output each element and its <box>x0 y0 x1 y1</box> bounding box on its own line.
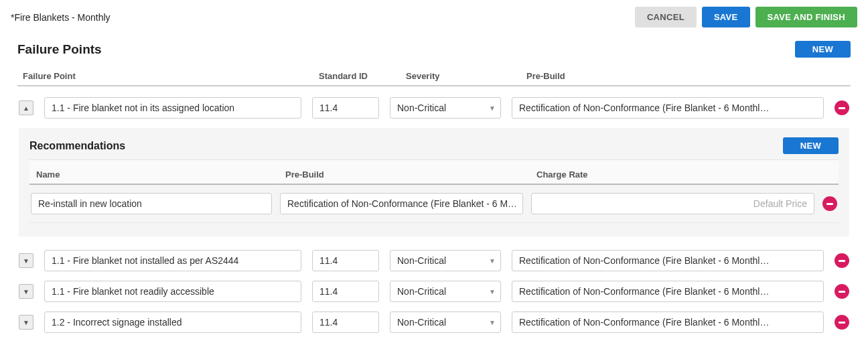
new-recommendation-button[interactable]: NEW <box>783 137 839 154</box>
pre-build-input[interactable] <box>512 97 824 119</box>
failure-point-row: ▲ ▼ <box>17 97 851 119</box>
expand-toggle[interactable]: ▼ <box>19 315 33 330</box>
cancel-button[interactable]: CANCEL <box>635 7 697 27</box>
chevron-up-icon: ▲ <box>23 105 29 112</box>
recommendations-column-headers: Name Pre-Build Charge Rate <box>29 159 839 185</box>
col-header-rec-charge-rate: Charge Rate <box>536 169 832 180</box>
recommendations-panel: Recommendations NEW Name Pre-Build Charg… <box>19 128 849 236</box>
minus-icon <box>839 291 845 293</box>
recommendation-row <box>29 193 839 223</box>
chevron-down-icon: ▼ <box>23 319 29 326</box>
standard-id-input[interactable] <box>312 281 379 302</box>
standard-id-input[interactable] <box>312 97 379 119</box>
severity-select[interactable] <box>390 281 501 302</box>
page-title: *Fire Blankets - Monthly <box>11 12 111 23</box>
standard-id-input[interactable] <box>312 250 379 271</box>
col-header-pre-build: Pre-Build <box>526 71 817 81</box>
severity-select[interactable] <box>390 97 501 119</box>
recommendation-name-input[interactable] <box>31 193 272 214</box>
pre-build-input[interactable] <box>512 312 824 333</box>
recommendation-pre-build-input[interactable] <box>280 193 523 214</box>
new-failure-point-button[interactable]: NEW <box>795 41 851 58</box>
minus-icon <box>839 260 845 262</box>
recommendation-charge-rate-input[interactable] <box>531 193 814 214</box>
recommendations-title: Recommendations <box>29 140 125 152</box>
collapse-toggle[interactable]: ▲ <box>19 100 33 115</box>
pre-build-input[interactable] <box>512 281 824 302</box>
expand-toggle[interactable]: ▼ <box>19 284 33 299</box>
failure-point-row: ▼ ▼ <box>17 250 851 271</box>
standard-id-input[interactable] <box>312 312 379 333</box>
remove-row-button[interactable] <box>835 315 849 330</box>
severity-select[interactable] <box>390 250 501 271</box>
pre-build-input[interactable] <box>512 250 824 271</box>
failure-point-input[interactable] <box>44 97 301 119</box>
chevron-down-icon: ▼ <box>23 288 29 295</box>
remove-row-button[interactable] <box>835 100 849 115</box>
expand-toggle[interactable]: ▼ <box>19 253 33 268</box>
minus-icon <box>839 322 845 324</box>
remove-row-button[interactable] <box>835 284 849 299</box>
severity-select[interactable] <box>390 312 501 333</box>
chevron-down-icon: ▼ <box>23 257 29 265</box>
remove-recommendation-button[interactable] <box>822 196 837 211</box>
col-header-rec-name: Name <box>36 169 285 180</box>
col-header-rec-pre-build: Pre-Build <box>285 169 536 180</box>
header-buttons: CANCEL SAVE SAVE AND FINISH <box>635 7 857 27</box>
failure-point-row: ▼ ▼ <box>17 281 851 302</box>
failure-point-input[interactable] <box>44 281 301 302</box>
col-header-standard-id: Standard ID <box>319 71 406 81</box>
failure-points-title: Failure Points <box>17 42 102 57</box>
failure-point-row: ▼ ▼ <box>17 312 851 333</box>
col-header-severity: Severity <box>406 71 526 81</box>
save-button[interactable]: SAVE <box>702 7 750 27</box>
col-header-failure-point: Failure Point <box>17 71 319 81</box>
failure-point-input[interactable] <box>44 312 301 333</box>
failure-point-input[interactable] <box>44 250 301 271</box>
minus-icon <box>839 107 845 109</box>
save-and-finish-button[interactable]: SAVE AND FINISH <box>755 7 857 27</box>
remove-row-button[interactable] <box>835 253 849 268</box>
minus-icon <box>826 203 833 205</box>
failure-points-column-headers: Failure Point Standard ID Severity Pre-B… <box>17 64 851 86</box>
